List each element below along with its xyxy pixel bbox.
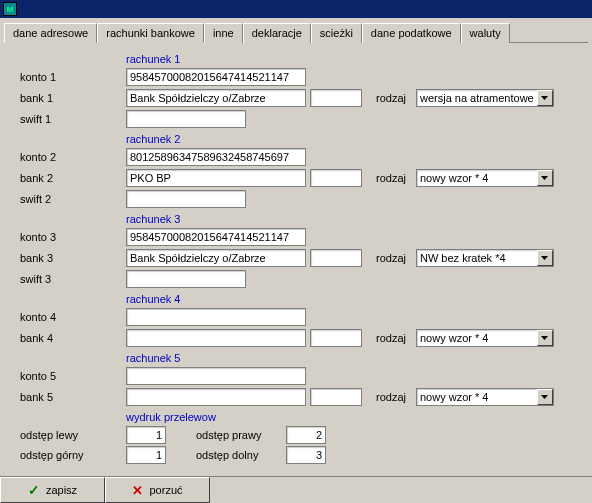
rodzaj-select-4[interactable]: nowy wzor * 4 xyxy=(416,329,554,347)
konto-label-1: konto 1 xyxy=(6,71,126,83)
app-icon: M xyxy=(3,2,17,16)
bank2-input-1[interactable] xyxy=(310,89,362,107)
bank-input-5[interactable] xyxy=(126,388,306,406)
account-header-4: rachunek 4 xyxy=(126,293,586,305)
print-left-input[interactable] xyxy=(126,426,166,444)
rodzaj-label-2: rodzaj xyxy=(376,172,406,184)
account-header-5: rachunek 5 xyxy=(126,352,586,364)
cancel-button-label: porzuć xyxy=(149,484,182,496)
konto-input-1[interactable] xyxy=(126,68,306,86)
bank-input-3[interactable] xyxy=(126,249,306,267)
bank2-input-4[interactable] xyxy=(310,329,362,347)
konto-input-4[interactable] xyxy=(126,308,306,326)
tab-scieżki[interactable]: scieżki xyxy=(311,23,362,43)
konto-label-5: konto 5 xyxy=(6,370,126,382)
swift-label-1: swift 1 xyxy=(6,113,126,125)
x-icon: ✕ xyxy=(132,483,143,498)
bank-input-2[interactable] xyxy=(126,169,306,187)
chevron-down-icon xyxy=(537,170,553,186)
konto-input-5[interactable] xyxy=(126,367,306,385)
bank-input-1[interactable] xyxy=(126,89,306,107)
save-button[interactable]: ✓ zapisz xyxy=(0,477,105,503)
tab-inne[interactable]: inne xyxy=(204,23,243,43)
rodzaj-label-5: rodzaj xyxy=(376,391,406,403)
svg-marker-0 xyxy=(541,96,548,100)
rodzaj-select-2[interactable]: nowy wzor * 4 xyxy=(416,169,554,187)
svg-marker-3 xyxy=(541,336,548,340)
rodzaj-value-5: nowy wzor * 4 xyxy=(417,391,537,403)
rodzaj-label-4: rodzaj xyxy=(376,332,406,344)
swift-input-3[interactable] xyxy=(126,270,246,288)
konto-label-2: konto 2 xyxy=(6,151,126,163)
bank2-input-5[interactable] xyxy=(310,388,362,406)
print-top-input[interactable] xyxy=(126,446,166,464)
bank-label-5: bank 5 xyxy=(6,391,126,403)
bank-input-4[interactable] xyxy=(126,329,306,347)
print-header: wydruk przelewow xyxy=(126,411,586,423)
bank2-input-3[interactable] xyxy=(310,249,362,267)
tab-rachunki-bankowe[interactable]: rachunki bankowe xyxy=(97,23,204,43)
account-header-1: rachunek 1 xyxy=(126,53,586,65)
print-bottom-input[interactable] xyxy=(286,446,326,464)
chevron-down-icon xyxy=(537,330,553,346)
svg-marker-4 xyxy=(541,395,548,399)
account-header-3: rachunek 3 xyxy=(126,213,586,225)
chevron-down-icon xyxy=(537,389,553,405)
rodzaj-value-3: NW bez kratek *4 xyxy=(417,252,537,264)
tab-bar: dane adresowerachunki bankoweinnedeklara… xyxy=(4,22,588,43)
konto-input-2[interactable] xyxy=(126,148,306,166)
konto-label-4: konto 4 xyxy=(6,311,126,323)
print-right-input[interactable] xyxy=(286,426,326,444)
button-bar: ✓ zapisz ✕ porzuć xyxy=(0,476,592,503)
rodzaj-label-3: rodzaj xyxy=(376,252,406,264)
rodzaj-value-1: wersja na atramentowe c xyxy=(417,92,537,104)
print-top-label: odstęp górny xyxy=(20,449,126,461)
print-left-label: odstęp lewy xyxy=(20,429,126,441)
bank-label-1: bank 1 xyxy=(6,92,126,104)
tab-waluty[interactable]: waluty xyxy=(461,23,510,43)
tab-dane-podatkowe[interactable]: dane podatkowe xyxy=(362,23,461,43)
swift-input-2[interactable] xyxy=(126,190,246,208)
tab-deklaracje[interactable]: deklaracje xyxy=(243,23,311,43)
swift-label-3: swift 3 xyxy=(6,273,126,285)
print-bottom-label: odstęp dolny xyxy=(196,449,286,461)
bank-label-3: bank 3 xyxy=(6,252,126,264)
tab-content: rachunek 1konto 1bank 1rodzajwersja na a… xyxy=(0,43,592,465)
print-right-label: odstęp prawy xyxy=(196,429,286,441)
rodzaj-label-1: rodzaj xyxy=(376,92,406,104)
chevron-down-icon xyxy=(537,90,553,106)
rodzaj-value-2: nowy wzor * 4 xyxy=(417,172,537,184)
swift-input-1[interactable] xyxy=(126,110,246,128)
check-icon: ✓ xyxy=(28,482,40,498)
bank2-input-2[interactable] xyxy=(310,169,362,187)
rodzaj-select-3[interactable]: NW bez kratek *4 xyxy=(416,249,554,267)
swift-label-2: swift 2 xyxy=(6,193,126,205)
account-header-2: rachunek 2 xyxy=(126,133,586,145)
rodzaj-value-4: nowy wzor * 4 xyxy=(417,332,537,344)
save-button-label: zapisz xyxy=(46,484,77,496)
tab-dane-adresowe[interactable]: dane adresowe xyxy=(4,23,97,43)
rodzaj-select-1[interactable]: wersja na atramentowe c xyxy=(416,89,554,107)
rodzaj-select-5[interactable]: nowy wzor * 4 xyxy=(416,388,554,406)
chevron-down-icon xyxy=(537,250,553,266)
konto-input-3[interactable] xyxy=(126,228,306,246)
svg-marker-2 xyxy=(541,256,548,260)
cancel-button[interactable]: ✕ porzuć xyxy=(105,477,210,503)
konto-label-3: konto 3 xyxy=(6,231,126,243)
bank-label-4: bank 4 xyxy=(6,332,126,344)
svg-marker-1 xyxy=(541,176,548,180)
bank-label-2: bank 2 xyxy=(6,172,126,184)
titlebar: M xyxy=(0,0,592,18)
